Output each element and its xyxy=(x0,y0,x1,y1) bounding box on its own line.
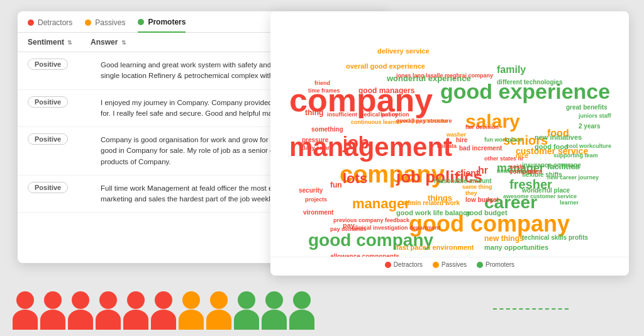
person-icon xyxy=(40,291,65,330)
word-cloud-word: same thing xyxy=(462,184,492,190)
sentiment-badge: Positive xyxy=(28,96,68,108)
word-cloud-word: fair decision xyxy=(465,125,499,130)
word-cloud-word: hire xyxy=(456,137,467,143)
sentiment-cell: Positive xyxy=(28,98,91,106)
word-cloud-word: allowance components xyxy=(330,254,399,257)
word-cloud-word: lots xyxy=(343,172,367,186)
word-cloud-word: last option xyxy=(380,112,409,118)
word-cloud-word: nice xyxy=(516,153,528,159)
word-cloud-word: pressure xyxy=(302,137,328,143)
word-cloud-word: time frames xyxy=(308,88,340,94)
passives-dot xyxy=(85,20,91,26)
word-cloud-word: admin related work xyxy=(402,200,460,206)
sentiment-badge: Positive xyxy=(28,133,68,145)
word-cloud-word: fun workplace xyxy=(484,137,523,143)
detractors-dot xyxy=(28,20,34,26)
word-cloud-word: fun xyxy=(330,181,342,189)
word-cloud-word: projects xyxy=(305,197,327,203)
word-cloud-word: fast paced environment xyxy=(396,244,474,251)
legend-dot-green xyxy=(477,262,483,268)
word-cloud-word: delivery service xyxy=(377,48,430,55)
people-row xyxy=(0,291,516,330)
word-cloud-word: daily salary xyxy=(302,145,333,151)
word-cloud-word: previous company feedback xyxy=(333,218,409,223)
word-cloud-word: friend xyxy=(314,81,330,86)
sort-icon-answer: ⇅ xyxy=(121,40,126,46)
sentiment-cell: Positive xyxy=(28,135,91,143)
promoters-dot xyxy=(138,19,144,25)
word-cloud-word: cool workculture xyxy=(566,143,611,149)
sort-icon-sentiment: ⇅ xyxy=(67,40,72,46)
word-cloud-word: good managers xyxy=(358,87,414,94)
right-panel: companymanagementcompanygood experiences… xyxy=(270,11,629,276)
word-cloud-word: low budget xyxy=(465,197,499,203)
person-icon xyxy=(68,291,93,330)
word-cloud-word: 2 years xyxy=(579,123,600,130)
word-cloud-word: noida xyxy=(509,164,525,170)
legend-detractors: Detractors xyxy=(385,261,423,268)
sentiment-badge: Positive xyxy=(28,182,68,193)
word-cloud-word: bad increment xyxy=(459,145,502,152)
legend-promoters: Promoters xyxy=(477,261,514,268)
word-cloud-word: kolkata xyxy=(437,143,457,149)
col-sentiment-header[interactable]: Sentiment ⇅ xyxy=(28,38,91,47)
word-cloud-word: something xyxy=(311,126,343,133)
sentiment-cell: Positive xyxy=(28,183,91,192)
person-icon xyxy=(151,291,176,330)
word-cloud-word: awesome customer service xyxy=(503,194,577,199)
word-cloud-word: new initiatives xyxy=(535,134,582,141)
word-cloud-word: great benefits xyxy=(566,104,608,111)
word-cloud-word: technical skills profits xyxy=(522,235,588,241)
word-cloud-word: juniors staff xyxy=(579,113,611,119)
person-icon xyxy=(234,291,259,330)
word-cloud-word: continuous learner xyxy=(351,120,402,125)
sentiment-badge: Positive xyxy=(28,59,68,70)
word-cloud-word: pay demands xyxy=(330,227,367,232)
person-icon xyxy=(13,291,38,330)
word-cloud-word: they xyxy=(465,191,477,196)
word-cloud-word: different technologies xyxy=(497,79,562,86)
tab-detractors[interactable]: Detractors xyxy=(28,18,72,32)
word-cloud-word: washer xyxy=(447,132,466,138)
tab-promoters[interactable]: Promoters xyxy=(138,18,186,33)
word-cloud-word: overall pay structure xyxy=(396,118,452,124)
word-cloud-word: learner xyxy=(560,200,579,206)
word-cloud-word: thing xyxy=(305,109,323,116)
dashed-line xyxy=(493,308,569,310)
person-icon xyxy=(289,291,314,330)
word-cloud-word: new career journey xyxy=(547,175,599,181)
word-cloud-word: client xyxy=(456,169,479,177)
person-icon xyxy=(262,291,287,330)
legend-dot-red xyxy=(385,262,391,268)
legend-passives: Passives xyxy=(433,261,467,268)
tab-passives[interactable]: Passives xyxy=(85,18,125,32)
screen-container: Detractors Passives Promoters Sentiment … xyxy=(0,0,644,336)
word-cloud-word: hr xyxy=(478,165,488,176)
legend-row: Detractors Passives Promoters xyxy=(270,257,629,272)
person-icon xyxy=(179,291,204,330)
word-cloud-word: job xyxy=(343,134,369,152)
word-cloud-word: family xyxy=(497,65,526,75)
word-cloud-word: security xyxy=(299,188,323,194)
word-cloud-word: good budget xyxy=(465,210,508,216)
word-cloud-word: jones lang lasalle meghraj company xyxy=(396,73,493,79)
word-cloud: companymanagementcompanygood experiences… xyxy=(270,11,629,257)
word-cloud-word: vironment xyxy=(303,210,333,216)
word-cloud-word: many opportunities xyxy=(484,244,548,251)
sentiment-cell: Positive xyxy=(28,60,91,69)
person-icon xyxy=(123,291,148,330)
word-cloud-word: new things xyxy=(484,235,524,242)
person-icon xyxy=(206,291,231,330)
person-icon xyxy=(96,291,121,330)
word-cloud-word: good food xyxy=(535,143,569,150)
word-cloud-word: overall good experience xyxy=(346,63,425,70)
legend-dot-orange xyxy=(433,262,439,268)
word-cloud-word: good work life balance xyxy=(396,210,471,216)
word-cloud-word: supporting team xyxy=(553,153,598,159)
